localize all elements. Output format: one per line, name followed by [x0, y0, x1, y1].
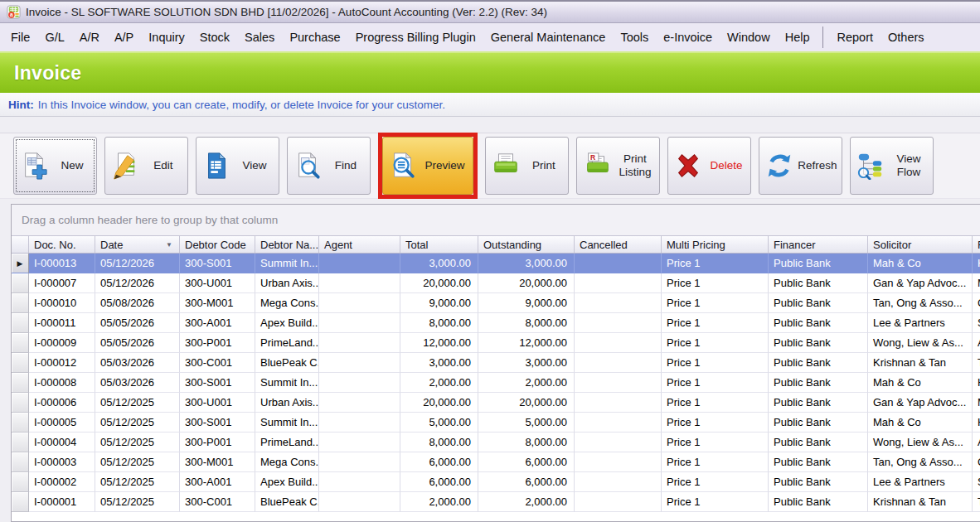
cell-debtor-name[interactable]: PrimeLand...: [255, 433, 319, 452]
menu-item-g-l[interactable]: G/L: [37, 25, 71, 50]
cell-multi-pricing[interactable]: Price 1: [662, 353, 769, 373]
column-header-f-partial[interactable]: F: [973, 236, 980, 253]
cell-solicitor[interactable]: Lee & Partners: [868, 313, 973, 333]
cell-multi-pricing[interactable]: Price 1: [662, 273, 769, 293]
menu-item-a-r[interactable]: A/R: [72, 25, 107, 50]
print-button[interactable]: Print: [485, 137, 569, 195]
cell-solicitor[interactable]: Krishnan & Tan: [868, 492, 973, 512]
find-button[interactable]: Find: [287, 137, 371, 195]
cell-cancelled[interactable]: [575, 313, 662, 333]
row-indicator-cell[interactable]: [12, 293, 29, 313]
cell-debtor-name[interactable]: Summit In...: [255, 373, 319, 393]
cell-debtor-code[interactable]: 300-A001: [180, 313, 255, 333]
cell-solicitor[interactable]: Tan, Ong & Asso...: [868, 452, 973, 472]
cell-doc-no[interactable]: I-000010: [29, 293, 95, 313]
column-header-row-indicator[interactable]: [12, 236, 29, 253]
cell-debtor-name[interactable]: Summit In...: [255, 254, 319, 273]
cell-total[interactable]: 3,000.00: [400, 254, 478, 273]
cell-outstanding[interactable]: 8,000.00: [478, 433, 575, 452]
table-row[interactable]: I-00000305/12/2025300-M001Mega Cons...6,…: [12, 452, 980, 472]
cell-debtor-name[interactable]: Urban Axis...: [255, 273, 319, 293]
cell-cancelled[interactable]: [575, 373, 662, 393]
cell-doc-no[interactable]: I-000005: [29, 413, 95, 433]
table-row[interactable]: I-00000405/12/2025300-P001PrimeLand...8,…: [12, 433, 980, 452]
cell-debtor-name[interactable]: Urban Axis...: [255, 393, 319, 413]
cell-agent[interactable]: [319, 254, 400, 273]
row-indicator-cell[interactable]: ▶: [12, 254, 29, 273]
cell-date[interactable]: 05/05/2026: [95, 333, 180, 353]
cell-total[interactable]: 6,000.00: [400, 452, 478, 472]
row-indicator-cell[interactable]: [12, 492, 29, 512]
cell-debtor-code[interactable]: 300-U001: [180, 273, 255, 293]
cell-doc-no[interactable]: I-000004: [29, 433, 95, 452]
cell-cancelled[interactable]: [575, 452, 662, 472]
cell-solicitor[interactable]: Gan & Yap Advoc...: [868, 393, 973, 413]
row-indicator-cell[interactable]: [12, 472, 29, 492]
cell-f-partial[interactable]: H: [973, 254, 980, 273]
table-row[interactable]: I-00000505/12/2025300-S001Summit In...5,…: [12, 413, 980, 433]
cell-outstanding[interactable]: 9,000.00: [478, 293, 575, 313]
cell-agent[interactable]: [319, 452, 400, 472]
cell-cancelled[interactable]: [575, 413, 662, 433]
table-row[interactable]: I-00000605/12/2025300-U001Urban Axis...2…: [12, 393, 980, 413]
cell-multi-pricing[interactable]: Price 1: [662, 472, 769, 492]
cell-doc-no[interactable]: I-000009: [29, 333, 95, 353]
cell-financer[interactable]: Public Bank: [769, 333, 868, 353]
cell-f-partial[interactable]: T: [973, 353, 980, 373]
cell-f-partial[interactable]: T: [973, 492, 980, 512]
menu-item-file[interactable]: File: [3, 25, 37, 50]
row-indicator-cell[interactable]: [12, 273, 29, 293]
cell-f-partial[interactable]: M: [973, 393, 980, 413]
cell-debtor-code[interactable]: 300-A001: [180, 472, 255, 492]
cell-debtor-code[interactable]: 300-P001: [180, 433, 255, 452]
row-indicator-cell[interactable]: [12, 333, 29, 353]
cell-cancelled[interactable]: [575, 293, 662, 313]
cell-cancelled[interactable]: [575, 393, 662, 413]
cell-total[interactable]: 12,000.00: [400, 333, 478, 353]
cell-debtor-name[interactable]: Mega Cons...: [255, 452, 319, 472]
column-header-outstanding[interactable]: Outstanding: [478, 236, 575, 253]
cell-date[interactable]: 05/03/2026: [95, 373, 180, 393]
cell-outstanding[interactable]: 5,000.00: [478, 413, 575, 433]
cell-doc-no[interactable]: I-000008: [29, 373, 95, 393]
column-header-financer[interactable]: Financer: [769, 236, 868, 253]
cell-date[interactable]: 05/12/2026: [95, 254, 180, 273]
cell-outstanding[interactable]: 3,000.00: [478, 353, 575, 373]
cell-f-partial[interactable]: M: [973, 273, 980, 293]
cell-debtor-code[interactable]: 300-S001: [180, 254, 255, 273]
cell-debtor-name[interactable]: Summit In...: [255, 413, 319, 433]
menu-item-others[interactable]: Others: [881, 25, 932, 50]
cell-solicitor[interactable]: Mah & Co: [868, 373, 973, 393]
cell-doc-no[interactable]: I-000013: [29, 254, 95, 273]
table-row[interactable]: I-00001005/08/2026300-M001Mega Cons...9,…: [12, 293, 980, 313]
cell-agent[interactable]: [319, 373, 400, 393]
cell-solicitor[interactable]: Gan & Yap Advoc...: [868, 273, 973, 293]
row-indicator-cell[interactable]: [12, 353, 29, 373]
preview-button[interactable]: Preview: [382, 137, 473, 195]
cell-f-partial[interactable]: G: [973, 452, 980, 472]
row-indicator-cell[interactable]: [12, 373, 29, 393]
cell-debtor-name[interactable]: PrimeLand...: [255, 333, 319, 353]
new-button[interactable]: New: [13, 137, 97, 195]
view-button[interactable]: View: [196, 137, 279, 195]
table-row[interactable]: I-00001105/05/2026300-A001Apex Build...8…: [12, 313, 980, 333]
menu-item-report[interactable]: Report: [829, 25, 881, 50]
cell-cancelled[interactable]: [575, 433, 662, 452]
table-row[interactable]: I-00000705/12/2026300-U001Urban Axis...2…: [12, 273, 980, 293]
print-listing-button[interactable]: RPrint Listing: [576, 137, 660, 195]
cell-f-partial[interactable]: S: [973, 313, 980, 333]
view-flow-button[interactable]: View Flow: [850, 137, 934, 195]
column-header-date[interactable]: Date▼: [95, 236, 180, 253]
cell-agent[interactable]: [319, 492, 400, 512]
cell-financer[interactable]: Public Bank: [769, 492, 868, 512]
row-indicator-cell[interactable]: [12, 452, 29, 472]
cell-doc-no[interactable]: I-000007: [29, 273, 95, 293]
column-header-debtor-name[interactable]: Debtor Na...: [255, 236, 319, 253]
cell-outstanding[interactable]: 20,000.00: [478, 273, 575, 293]
cell-debtor-name[interactable]: Apex Build...: [255, 313, 319, 333]
cell-date[interactable]: 05/03/2026: [95, 353, 180, 373]
cell-multi-pricing[interactable]: Price 1: [662, 492, 769, 512]
cell-solicitor[interactable]: Mah & Co: [868, 413, 973, 433]
cell-debtor-name[interactable]: BluePeak C...: [255, 492, 319, 512]
cell-doc-no[interactable]: I-000006: [29, 393, 95, 413]
